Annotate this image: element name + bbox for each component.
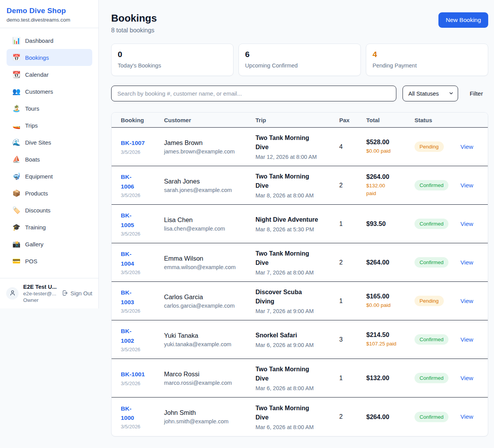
customer-name: John Smith [164,409,250,416]
sidebar-item-label: Equipment [25,173,53,180]
customer-email: carlos.garcia@example.com [164,303,250,309]
table-row: BK-1003 3/5/2026 Carlos Garcia carlos.ga… [112,282,488,320]
new-booking-button[interactable]: New Booking [438,12,488,28]
customer-email: sarah.jones@example.com [164,187,250,193]
booking-number-link[interactable]: BK-1007 [121,138,159,148]
view-link[interactable]: View [460,221,473,227]
sidebar-item-dashboard[interactable]: 📊Dashboard [7,32,92,49]
pax-value: 1 [339,375,366,382]
sidebar-item-label: Dashboard [25,37,53,44]
sidebar-item-label: Products [25,190,48,197]
booking-number-link[interactable]: BK-1001 [121,370,159,379]
total-bookings-count: 8 total bookings [111,27,157,34]
user-email: e2e-tester@... [23,291,57,296]
sidebar-item-pos[interactable]: 💳POS [7,253,92,269]
sidebar-item-dive-sites[interactable]: 🌊Dive Sites [7,134,92,151]
customer-name: Lisa Chen [164,216,250,224]
trip-name: Two Tank MorningDive [255,249,334,268]
total-cell: $165.00 $0.00 paid [366,293,414,309]
user-info: E2E Test U... e2e-tester@... Owner [23,284,57,303]
total-cell: $264.00 [366,413,414,421]
view-link[interactable]: View [460,259,473,266]
pax-value: 2 [339,413,366,420]
booking-date: 3/5/2026 [121,424,159,429]
booking-cell: BK-1004 3/5/2026 [121,249,164,275]
pax-value: 2 [339,182,366,189]
app-root: Demo Dive Shop demo.test.divestreams.com… [0,0,494,436]
view-link[interactable]: View [460,413,473,420]
sidebar-item-trips[interactable]: 🚤Trips [7,117,92,134]
sidebar-item-training[interactable]: 🎓Training [7,219,92,236]
view-link[interactable]: View [460,143,473,150]
view-link[interactable]: View [460,375,473,381]
paid-amount: $0.00 paid [366,147,409,155]
trip-datetime: Mar 12, 2026 at 8:00 AM [255,154,334,160]
booking-date: 3/5/2026 [121,192,159,198]
trip-datetime: Mar 8, 2026 at 8:00 AM [255,192,334,199]
status-badge: Confirmed [414,219,448,229]
user-role: Owner [23,297,57,303]
filter-button[interactable]: Filter [464,87,488,100]
sidebar-item-label: Customers [25,88,53,95]
paid-amount: $132.00paid [366,182,409,197]
sidebar-item-equipment[interactable]: 🤿Equipment [7,168,92,185]
view-link[interactable]: View [460,182,473,189]
total-amount: $264.00 [366,173,409,180]
trip-cell: Two Tank MorningDive Mar 7, 2026 at 8:00… [255,249,339,276]
sidebar-item-tours[interactable]: 🏝️Tours [7,100,92,117]
paid-amount: $0.00 paid [366,301,409,309]
sidebar-item-label: Bookings [25,54,49,61]
stat-label: Pending Payment [372,62,482,69]
status-cell: Pending [414,296,460,306]
total-amount: $528.00 [366,138,409,146]
customer-name: Emma Wilson [164,255,250,262]
view-cell: View [460,221,479,227]
booking-number-link[interactable]: BK-1000 [121,404,159,423]
booking-date: 3/5/2026 [121,381,159,386]
sidebar-item-label: Gallery [25,241,44,248]
booking-cell: BK-1000 3/5/2026 [121,404,164,429]
sign-out-button[interactable]: Sign Out [62,290,92,297]
sidebar-item-boats[interactable]: ⛵Boats [7,151,92,168]
stat-label: Today's Bookings [118,62,227,69]
customer-cell: Sarah Jones sarah.jones@example.com [164,178,255,193]
status-select[interactable]: All Statuses [403,86,458,101]
customer-name: Marco Rossi [164,371,250,378]
booking-number-link[interactable]: BK-1004 [121,249,159,268]
sidebar-item-bookings[interactable]: 📅Bookings [7,49,92,66]
stat-value: 0 [118,50,227,59]
sidebar: Demo Dive Shop demo.test.divestreams.com… [0,0,99,308]
status-select-wrap: All Statuses [403,86,458,101]
sidebar-item-customers[interactable]: 👥Customers [7,83,92,100]
booking-number-link[interactable]: BK-1003 [121,288,159,307]
table-row: BK-1002 3/5/2026 Yuki Tanaka yuki.tanaka… [112,320,488,359]
booking-cell: BK-1002 3/5/2026 [121,327,164,352]
search-input[interactable] [111,86,396,101]
customer-name: Sarah Jones [164,178,250,185]
booking-date: 3/5/2026 [121,308,159,314]
booking-number-link[interactable]: BK-1005 [121,211,159,229]
discounts-icon: 🏷️ [12,207,20,214]
customers-icon: 👥 [12,88,20,95]
trip-datetime: Mar 7, 2026 at 8:00 AM [255,269,334,276]
total-amount: $264.00 [366,413,409,421]
customer-name: James Brown [164,139,250,147]
sidebar-item-gallery[interactable]: 📸Gallery [7,236,92,253]
table-row: BK-1004 3/5/2026 Emma Wilson emma.wilson… [112,243,488,282]
pax-value: 1 [339,221,366,227]
view-link[interactable]: View [460,336,473,343]
main-content: Bookings 8 total bookings New Booking 0T… [99,0,494,436]
sidebar-item-discounts[interactable]: 🏷️Discounts [7,202,92,219]
view-link[interactable]: View [460,298,473,304]
booking-date: 3/5/2026 [121,269,159,275]
view-cell: View [460,413,479,420]
column-header-total: Total [366,117,414,123]
page-title: Bookings [111,12,157,24]
booking-number-link[interactable]: BK-1006 [121,172,159,191]
sidebar-item-products[interactable]: 📦Products [7,185,92,202]
customer-email: john.smith@example.com [164,418,250,424]
booking-number-link[interactable]: BK-1002 [121,327,159,345]
trip-cell: Night Dive Adventure Mar 8, 2026 at 5:30… [255,215,339,232]
sidebar-item-calendar[interactable]: 📆Calendar [7,66,92,83]
customer-cell: Emma Wilson emma.wilson@example.com [164,255,255,270]
